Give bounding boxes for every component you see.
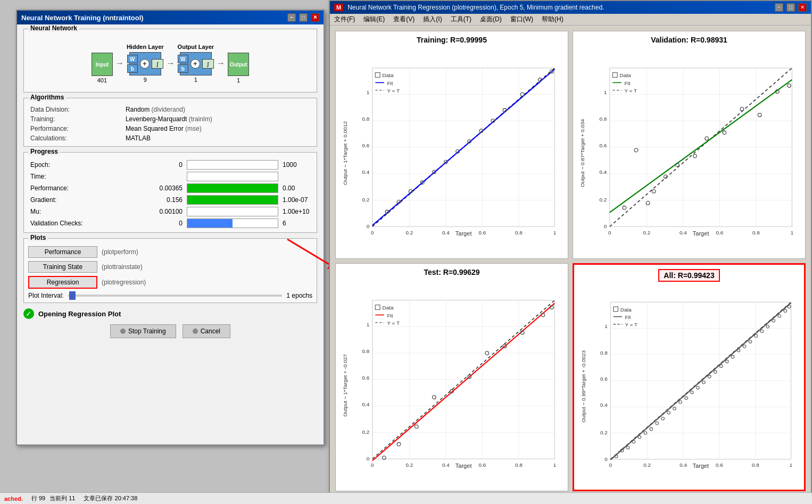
svg-text:0.2: 0.2 (406, 462, 413, 468)
reg-minimize-button[interactable]: − (775, 3, 783, 12)
regression-plot-row: Regression (plotregression) (28, 276, 312, 289)
status-text: Opening Regression Plot (38, 310, 121, 318)
perf-end: 0.00 (280, 182, 312, 194)
status-row: ✓ Opening Regression Plot (23, 308, 317, 319)
svg-text:Data: Data (620, 307, 632, 313)
output-layer-container: Output Layer W b + ∫ 1 (178, 44, 214, 83)
regression-window-controls[interactable]: − □ ✕ (775, 3, 807, 12)
close-button[interactable]: ✕ (311, 13, 319, 22)
svg-text:0.8: 0.8 (362, 116, 369, 122)
minimize-button[interactable]: − (287, 13, 296, 22)
matlab-logo: M (334, 4, 343, 11)
titlebar-left: M Neural Network Training Regression (pl… (334, 4, 604, 11)
training-state-plot-button[interactable]: Training State (28, 261, 97, 273)
svg-text:1: 1 (367, 322, 370, 328)
arrow-3: → (217, 58, 225, 68)
training-val: Levenberg-Marquardt (trainlm) (123, 114, 312, 124)
svg-text:1: 1 (367, 90, 370, 96)
svg-text:0.4: 0.4 (599, 169, 607, 175)
status-reached: ached. (4, 495, 23, 502)
calculations-label: Calculations: (28, 133, 123, 143)
svg-text:0.6: 0.6 (599, 142, 607, 148)
svg-text:0.8: 0.8 (515, 230, 523, 236)
output-label: Output (230, 62, 247, 68)
input-node: Input (92, 53, 113, 76)
grad-start: 0.156 (153, 194, 185, 206)
mu-bar-cell: 1.00e-08 (185, 206, 280, 217)
training-plot-area: Output ~ 1*Target + 0.0012 Target (340, 46, 564, 254)
progress-table: Epoch: 0 5 iterations 1000 Time: 0:00:04 (28, 159, 312, 229)
svg-text:0.4: 0.4 (442, 230, 450, 236)
svg-text:0: 0 (367, 456, 370, 462)
svg-text:0.6: 0.6 (716, 462, 723, 468)
svg-text:0.8: 0.8 (362, 348, 369, 354)
plot-interval-value: 1 epochs (286, 292, 312, 299)
perf-label: Performance: (28, 182, 153, 194)
reg-maximize-button[interactable]: □ (786, 3, 795, 12)
menu-help[interactable]: 帮助(H) (542, 15, 564, 24)
training-plot-panel: Training: R=0.99995 Output ~ 1*Target + … (335, 31, 568, 259)
algo-row-performance: Performance: Mean Squared Error (mse) (28, 124, 312, 133)
slider-thumb[interactable] (69, 291, 76, 300)
svg-text:0: 0 (367, 224, 370, 230)
svg-text:Fit: Fit (625, 314, 631, 320)
svg-text:Fit: Fit (387, 313, 393, 318)
mu-label: Mu: (28, 206, 153, 217)
menu-desktop[interactable]: 桌面(D) (480, 15, 502, 24)
menu-tools[interactable]: 工具(T) (451, 15, 471, 24)
svg-text:1: 1 (553, 462, 557, 468)
svg-text:Data: Data (383, 72, 394, 78)
regression-plot-button[interactable]: Regression (28, 276, 97, 289)
svg-text:Target: Target (455, 463, 472, 469)
epoch-start: 0 (153, 159, 185, 171)
test-plot-title: Test: R=0.99629 (424, 268, 479, 276)
svg-text:Fit: Fit (624, 80, 630, 86)
epoch-row: Epoch: 0 5 iterations 1000 (28, 159, 312, 171)
maximize-button[interactable]: □ (299, 13, 308, 22)
algorithms-table: Data Division: Random (dividerand) Train… (28, 105, 312, 143)
arrow-2: → (167, 58, 175, 68)
status-icon: ✓ (23, 308, 34, 319)
val-start: 0 (153, 217, 185, 229)
menu-view[interactable]: 查看(V) (393, 15, 415, 24)
data-division-label: Data Division: (28, 105, 123, 114)
stop-training-button[interactable]: Stop Training (110, 324, 176, 338)
plot-interval-slider[interactable] (68, 295, 283, 297)
svg-text:0.4: 0.4 (680, 230, 687, 236)
mu-start: 0.00100 (153, 206, 185, 217)
training-label: Training: (28, 114, 123, 124)
nntrain-window: Neural Network Training (nntraintool) − … (16, 10, 325, 446)
cancel-button[interactable]: Cancel (183, 324, 230, 338)
output-w: W (178, 55, 188, 63)
plots-list: Performance (plotperform) Training State… (28, 246, 312, 299)
svg-text:0.2: 0.2 (599, 197, 607, 203)
mu-current: 1.00e-08 (187, 207, 278, 216)
output-wb: W b (178, 55, 188, 73)
input-label: Input (96, 62, 109, 68)
algorithms-title: Algorithms (28, 94, 66, 101)
performance-val: Mean Squared Error (mse) (123, 124, 312, 133)
menu-edit[interactable]: 编辑(E) (363, 15, 385, 24)
hidden-layer-box: W b + ∫ (129, 52, 161, 75)
svg-text:0.4: 0.4 (442, 462, 450, 468)
svg-text:Y = T: Y = T (387, 88, 400, 94)
svg-text:0.8: 0.8 (752, 462, 759, 468)
menu-file[interactable]: 文件(F) (334, 15, 355, 24)
arrow-1: → (115, 58, 124, 68)
svg-text:Target: Target (693, 463, 709, 469)
menu-window[interactable]: 窗口(W) (510, 15, 533, 24)
svg-text:0.8: 0.8 (599, 116, 607, 122)
all-plot-panel: All: R=0.99423 Output ~ 0.99*Target + -0… (573, 263, 806, 491)
menu-insert[interactable]: 插入(I) (423, 15, 442, 24)
test-plot-area: Output ~ 1*Target + -0.027 Target (340, 279, 564, 486)
svg-text:0.6: 0.6 (600, 376, 608, 382)
reg-close-button[interactable]: ✕ (798, 3, 807, 12)
performance-plot-button[interactable]: Performance (28, 246, 97, 258)
regression-plots-grid: Training: R=0.99995 Output ~ 1*Target + … (330, 26, 811, 497)
stop-icon (120, 329, 126, 334)
window-controls[interactable]: − □ ✕ (287, 13, 319, 22)
svg-text:Data: Data (620, 72, 631, 78)
svg-text:Output ~ 1*Target + 0.0012: Output ~ 1*Target + 0.0012 (342, 121, 348, 185)
val-label: Validation Checks: (28, 217, 153, 229)
input-num: 401 (97, 77, 107, 83)
